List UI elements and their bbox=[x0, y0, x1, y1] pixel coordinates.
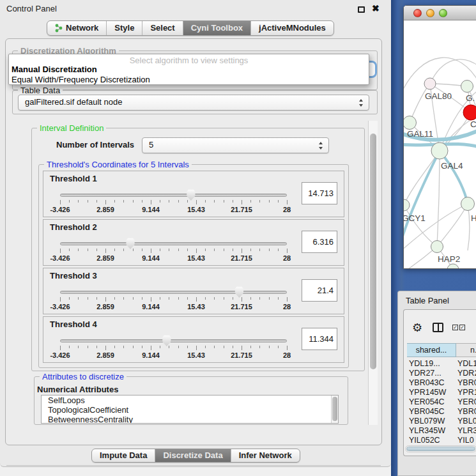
node-green[interactable] bbox=[404, 116, 417, 130]
checkbox-icon[interactable]: ✓ bbox=[459, 325, 465, 330]
checkbox-icon[interactable]: ✓ bbox=[452, 325, 458, 330]
slider-tick bbox=[96, 249, 97, 251]
tab-discretize-data[interactable]: Discretize Data bbox=[155, 449, 231, 462]
table-row[interactable]: YIL052CYIL0 bbox=[404, 436, 476, 445]
combo-spinner-icon bbox=[319, 142, 323, 150]
slider-track[interactable] bbox=[60, 242, 287, 245]
threshold-value-field[interactable]: 21.4 bbox=[302, 279, 337, 302]
pane-scrollbar[interactable] bbox=[368, 121, 378, 425]
threshold-value-field[interactable]: 14.713 bbox=[302, 182, 337, 204]
slider-tick-label: 2.859 bbox=[96, 351, 114, 359]
table-panel-title: Table Panel bbox=[406, 296, 449, 305]
popup-item-equal-width[interactable]: Equal Width/Frequency Discretization bbox=[12, 75, 150, 84]
popup-item-manual-discretization[interactable]: Manual Discretization bbox=[12, 65, 97, 74]
attribute-list-item[interactable]: BetweennessCentrality bbox=[42, 415, 338, 424]
node-green[interactable] bbox=[431, 142, 448, 159]
edge[interactable] bbox=[437, 204, 468, 247]
threshold-value-field[interactable]: 11.344 bbox=[302, 328, 337, 350]
window-title: Control Panel bbox=[6, 4, 57, 13]
network-view-window[interactable]: GAL80G.CGAL11GAL4GCY1HHAP2 bbox=[403, 5, 476, 269]
pane-scrollbar-thumb[interactable] bbox=[370, 134, 376, 369]
slider-tick-label: 15.43 bbox=[187, 206, 205, 213]
tab-style[interactable]: Style bbox=[107, 21, 142, 35]
horizontal-scrollbar[interactable] bbox=[405, 445, 476, 452]
node-green[interactable] bbox=[461, 197, 475, 211]
mac-close-icon[interactable] bbox=[413, 9, 422, 17]
mac-zoom-icon[interactable] bbox=[439, 9, 447, 17]
tab-jactivemnodules[interactable]: jActiveMNodules bbox=[251, 21, 334, 35]
node-label: HAP2 bbox=[438, 254, 460, 264]
edge[interactable] bbox=[437, 151, 440, 247]
table-row[interactable]: YDR27...YDR2 bbox=[404, 369, 476, 378]
tab-impute-data[interactable]: Impute Data bbox=[92, 449, 155, 462]
node-red[interactable] bbox=[463, 105, 476, 120]
table-row[interactable]: YBL079WYBL0 bbox=[404, 417, 476, 426]
slider-track[interactable] bbox=[60, 194, 287, 197]
slider-tick bbox=[233, 200, 233, 203]
slider-thumb[interactable] bbox=[234, 286, 244, 298]
slider-tick bbox=[78, 200, 79, 203]
edge-highlighted[interactable] bbox=[440, 151, 468, 204]
list-scrollbar-thumb[interactable] bbox=[332, 397, 337, 421]
attribute-list-item[interactable]: SelfLoops bbox=[42, 395, 338, 405]
close-icon[interactable]: ✖ bbox=[372, 3, 380, 13]
slider-tick bbox=[233, 297, 233, 300]
threshold-slider[interactable]: -3.4262.8599.14415.4321.71528 bbox=[60, 286, 287, 314]
edge[interactable] bbox=[430, 59, 476, 84]
slider-thumb[interactable] bbox=[186, 189, 196, 201]
gear-icon[interactable]: ⚙ bbox=[412, 321, 422, 335]
network-canvas[interactable]: GAL80G.CGAL11GAL4GCY1HHAP2 bbox=[404, 20, 476, 269]
node-label: G. bbox=[466, 93, 475, 103]
slider-tick bbox=[178, 346, 179, 348]
table-row[interactable]: YER054CYER0 bbox=[404, 397, 476, 407]
node-green[interactable] bbox=[404, 199, 410, 211]
tab-infer-network[interactable]: Infer Network bbox=[231, 449, 300, 462]
cytoscape-desktop: GAL80G.CGAL11GAL4GCY1HHAP2 Table Panel ⚙… bbox=[391, 0, 476, 476]
slider-tick bbox=[60, 297, 61, 302]
node-pink[interactable] bbox=[424, 78, 436, 89]
slider-track[interactable] bbox=[60, 291, 287, 294]
threshold-slider[interactable]: -3.4262.8599.14415.4321.71528 bbox=[60, 238, 287, 266]
slider-thumb[interactable] bbox=[126, 238, 135, 249]
threshold-slider[interactable]: -3.4262.8599.14415.4321.71528 bbox=[60, 335, 287, 363]
tab-select[interactable]: Select bbox=[142, 21, 183, 35]
node-label: C bbox=[470, 119, 476, 129]
slider-tick-label: 21.715 bbox=[231, 303, 252, 311]
node-green[interactable] bbox=[461, 81, 473, 93]
network-window-titlebar[interactable] bbox=[404, 6, 476, 20]
split-columns-icon[interactable] bbox=[433, 323, 443, 332]
slider-track[interactable] bbox=[60, 339, 287, 342]
table-row[interactable]: YDL19...YDL1 bbox=[404, 359, 476, 369]
threshold-value-field[interactable]: 6.316 bbox=[302, 231, 337, 253]
table-row[interactable]: YBR045CYBR0 bbox=[404, 407, 476, 417]
node-green[interactable] bbox=[447, 264, 459, 269]
list-scrollbar[interactable] bbox=[331, 395, 338, 423]
threshold-label: Threshold 2 bbox=[50, 222, 97, 232]
table-data-combo[interactable]: galFiltered.sif default node bbox=[18, 95, 369, 111]
float-window-icon[interactable] bbox=[358, 6, 365, 13]
numerical-attributes-list[interactable]: SelfLoopsTopologicalCoefficientBetweenne… bbox=[41, 395, 339, 424]
slider-tick bbox=[133, 346, 134, 348]
slider-tick bbox=[233, 346, 233, 348]
tab-network[interactable]: Network bbox=[47, 21, 107, 35]
slider-thumb[interactable] bbox=[162, 335, 171, 346]
attribute-list-item[interactable]: TopologicalCoefficient bbox=[42, 405, 338, 415]
threshold-slider[interactable]: -3.4262.8599.14415.4321.71528 bbox=[60, 189, 287, 217]
column-header-name[interactable]: n... bbox=[456, 343, 476, 357]
table-row[interactable]: YBR043CYBR0 bbox=[404, 378, 476, 388]
bottom-tab-bar: Impute DataDiscretize DataInfer Network bbox=[91, 449, 300, 463]
numerical-attributes-label: Numerical Attributes bbox=[37, 385, 118, 394]
cell-shared-name: YBR045C bbox=[409, 407, 445, 417]
table-row[interactable]: YPR145WYPR1 bbox=[404, 388, 476, 397]
column-header-shared-name[interactable]: shared... bbox=[407, 343, 456, 357]
mac-minimize-icon[interactable] bbox=[426, 9, 434, 17]
node-label: GAL80 bbox=[425, 91, 452, 101]
slider-tick bbox=[169, 249, 169, 251]
table-row[interactable]: YLR345WYLR3 bbox=[404, 426, 476, 436]
slider-tick bbox=[151, 297, 151, 302]
cell-name: YDR2 bbox=[457, 369, 476, 378]
tab-cyni-toolbox[interactable]: Cyni Toolbox bbox=[183, 21, 251, 35]
node-green[interactable] bbox=[431, 241, 443, 253]
number-of-intervals-combo[interactable]: 5 bbox=[142, 137, 329, 153]
horizontal-scrollbar-thumb[interactable] bbox=[406, 447, 475, 451]
